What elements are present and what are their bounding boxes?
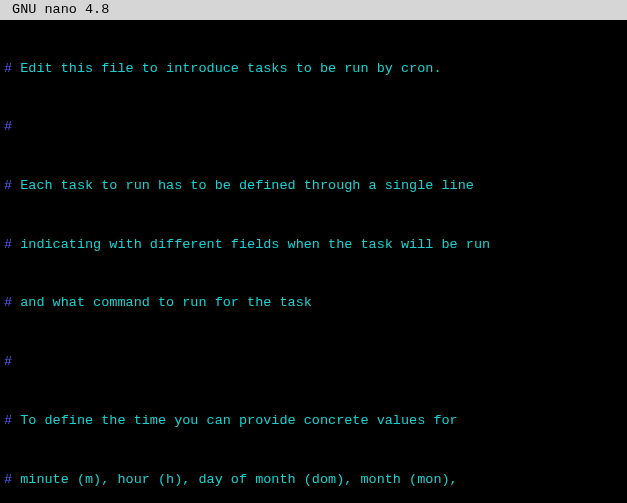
comment-text: Edit this file to introduce tasks to be … bbox=[12, 61, 441, 76]
comment-line: # bbox=[4, 352, 623, 372]
comment-line: # minute (m), hour (h), day of month (do… bbox=[4, 470, 623, 490]
comment-line: # Edit this file to introduce tasks to b… bbox=[4, 59, 623, 79]
hash-mark: # bbox=[4, 295, 12, 310]
nano-title-bar: GNU nano 4.8 bbox=[0, 0, 627, 20]
comment-line: # bbox=[4, 117, 623, 137]
comment-text: minute (m), hour (h), day of month (dom)… bbox=[12, 472, 458, 487]
hash-mark: # bbox=[4, 472, 12, 487]
comment-text: and what command to run for the task bbox=[12, 295, 312, 310]
hash-mark: # bbox=[4, 119, 12, 134]
comment-text: Each task to run has to be defined throu… bbox=[12, 178, 474, 193]
hash-mark: # bbox=[4, 354, 12, 369]
hash-mark: # bbox=[4, 237, 12, 252]
comment-text: To define the time you can provide concr… bbox=[12, 413, 458, 428]
hash-mark: # bbox=[4, 61, 12, 76]
comment-line: # To define the time you can provide con… bbox=[4, 411, 623, 431]
editor-content[interactable]: # Edit this file to introduce tasks to b… bbox=[0, 20, 627, 503]
comment-text: indicating with different fields when th… bbox=[12, 237, 490, 252]
comment-line: # indicating with different fields when … bbox=[4, 235, 623, 255]
hash-mark: # bbox=[4, 178, 12, 193]
comment-line: # Each task to run has to be defined thr… bbox=[4, 176, 623, 196]
hash-mark: # bbox=[4, 413, 12, 428]
comment-line: # and what command to run for the task bbox=[4, 293, 623, 313]
